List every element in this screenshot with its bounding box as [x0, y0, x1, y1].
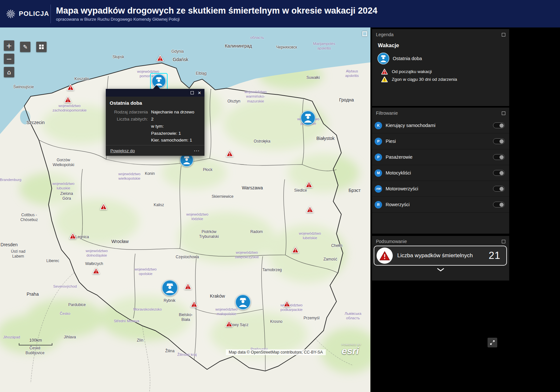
fatal-accident-marker[interactable] [67, 84, 74, 92]
filter-toggle-moped-riders[interactable] [493, 186, 505, 192]
fatal-accident-marker[interactable] [225, 321, 233, 329]
filter-toggle-motorcyclists[interactable] [493, 170, 505, 176]
legend-item-label: Ostatnia doba [393, 56, 422, 61]
fullscreen-button[interactable] [488, 338, 497, 347]
summary-panel-header: Podsumowanie [372, 236, 509, 245]
legend-panel-header: Legenda [372, 29, 509, 38]
map-canvas[interactable]: областьКалининградЧерняховскMarijampolės… [0, 27, 370, 392]
scale-bar: 100km [19, 338, 52, 345]
fatal-accident-icon [377, 248, 393, 264]
expand-icon [490, 340, 495, 345]
filter-toggle-pedestrians[interactable] [493, 138, 505, 144]
fatal-accident-marker[interactable] [292, 247, 299, 255]
filter-toggle-drivers[interactable] [493, 122, 505, 128]
police-marker-last-24h[interactable] [300, 110, 316, 127]
fatal-accident-marker[interactable] [157, 55, 164, 63]
fatal-accident-marker[interactable] [306, 206, 314, 214]
summary-card: Liczba wypadków śmiertelnych 21 [374, 246, 507, 266]
summary-panel: Podsumowanie Liczba wypadków śmiertelnyc… [372, 236, 509, 281]
scale-ruler [19, 343, 52, 345]
page-title: Mapa wypadków drogowych ze skutkiem śmie… [56, 6, 377, 16]
yellow-warning-triangle-icon [381, 76, 388, 82]
popup-breakdown-line: Kier. samochodem: 1 [106, 137, 204, 144]
popup-zoom-to-link[interactable]: Powiększ do [110, 148, 135, 153]
filter-row-moped-riders: AM Motorowerzyści [372, 181, 509, 197]
filter-label: Piesi [386, 139, 493, 144]
filter-rows: K Kierujący samochodami P Piesi P Pasaże… [372, 118, 509, 213]
red-warning-triangle-icon [381, 69, 388, 75]
fatal-accident-marker[interactable] [283, 301, 291, 309]
map-markers-layer [0, 27, 370, 392]
legend-item: Od początku wakacji [381, 69, 432, 75]
app-header: POLICJA Mapa wypadków drogowych ze skutk… [0, 0, 560, 27]
filter-restore-icon[interactable] [502, 111, 505, 115]
fatal-accident-marker[interactable] [69, 233, 77, 241]
right-sidebar: Legenda Wakacje Ostatnia doba [371, 27, 560, 392]
esri-logo: POWERED BY esri [342, 344, 361, 356]
popup-actions-menu-icon[interactable]: ... [194, 149, 200, 153]
basemap-gallery-button[interactable] [36, 42, 47, 52]
filter-toggle-passengers[interactable] [493, 154, 505, 160]
popup-field-value: 2 [151, 116, 154, 123]
fatal-accident-marker[interactable] [100, 203, 107, 211]
summary-metric-value: 21 [489, 250, 500, 261]
filter-label: Motocykliści [386, 170, 493, 175]
filter-toggle-cyclists[interactable] [493, 202, 505, 207]
filter-label: Kierujący samochodami [386, 123, 493, 128]
app-root: POLICJA Mapa wypadków drogowych ze skutk… [0, 0, 560, 392]
zoom-out-button[interactable]: − [4, 54, 14, 64]
popup-footer: Powiększ do ... [106, 145, 204, 156]
fatal-accident-marker[interactable] [93, 268, 100, 276]
legend-item-label: Zgon w ciągu 30 dni od zdarzenia [392, 77, 457, 82]
policja-logo: POLICJA [0, 6, 49, 21]
legend-item: Ostatnia doba [377, 52, 422, 65]
legend-restore-icon[interactable] [502, 33, 505, 37]
legend-item: Zgon w ciągu 30 dni od zdarzenia [381, 76, 457, 82]
moped-badge-icon: AM [375, 185, 382, 193]
police-officer-icon [377, 52, 390, 65]
policja-star-icon [6, 6, 16, 21]
map-popup: ✕ Ostatnia doba Rodzaj zdarzenia Najecha… [106, 89, 204, 156]
summary-metric-label: Liczba wypadków śmiertelnych [397, 252, 489, 259]
map-maximize-icon[interactable] [362, 31, 367, 36]
fatal-accident-marker[interactable] [226, 150, 234, 158]
header-titles: Mapa wypadków drogowych ze skutkiem śmie… [56, 6, 377, 22]
pencil-icon: ✎ [23, 44, 27, 50]
header-divider [50, 5, 51, 23]
popup-close-icon[interactable]: ✕ [198, 91, 201, 95]
page-subtitle: opracowana w Biurze Ruchu Drogowego Kome… [56, 17, 377, 22]
filter-row-motorcyclists: M Motocykliści [372, 165, 509, 181]
summary-panel-title: Podsumowanie [376, 239, 407, 244]
filter-row-passengers: P Pasażerowie [372, 149, 509, 165]
filter-panel-title: Filtrowanie [376, 111, 398, 116]
scale-label: 100km [19, 338, 52, 343]
filter-panel-header: Filtrowanie [372, 108, 509, 117]
popup-breakdown-line: Pasażerowie: 1 [106, 130, 204, 137]
filter-label: Rowerzyści [386, 202, 493, 207]
map-attribution[interactable]: Map data © OpenStreetMap contributors, C… [226, 349, 326, 355]
fatal-accident-marker[interactable] [184, 283, 192, 291]
police-marker-last-24h[interactable] [161, 280, 178, 298]
legend-group-title: Wakacje [372, 38, 509, 48]
pedestrian-badge-icon: P [375, 138, 382, 145]
grid-icon [39, 45, 44, 49]
fatal-accident-marker[interactable] [191, 301, 198, 309]
legend-panel: Legenda Wakacje Ostatnia doba [372, 29, 509, 106]
filter-row-pedestrians: P Piesi [372, 133, 509, 149]
summary-restore-icon[interactable] [502, 240, 505, 243]
zoom-in-button[interactable]: + [4, 40, 14, 51]
police-marker-last-24h[interactable] [235, 294, 251, 312]
passenger-badge-icon: P [375, 154, 382, 161]
popup-maximize-icon[interactable] [191, 91, 194, 94]
fatal-accident-marker[interactable] [305, 181, 313, 189]
driver-badge-icon: K [375, 122, 382, 129]
chevron-down-icon[interactable] [437, 267, 445, 273]
home-button[interactable]: ⌂ [4, 67, 14, 77]
filter-row-cyclists: R Rowerzyści [372, 197, 509, 213]
popup-field-row: Liczba zabitych: 2 [106, 116, 204, 123]
filter-label: Motorowerzyści [386, 186, 493, 191]
filter-label: Pasażerowie [386, 154, 493, 160]
fatal-accident-marker[interactable] [64, 96, 72, 104]
legend-panel-title: Legenda [376, 32, 394, 37]
measure-tool-button[interactable]: ✎ [20, 42, 30, 52]
